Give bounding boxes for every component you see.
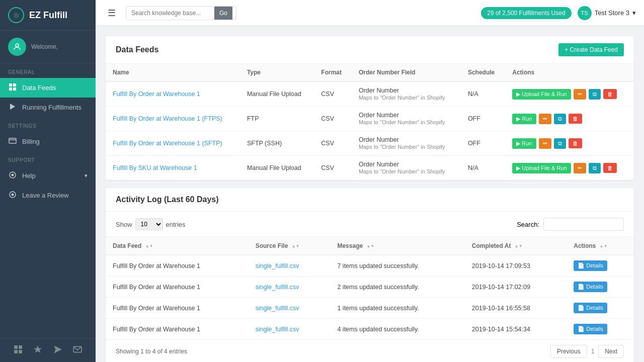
- search-input[interactable]: [126, 7, 214, 20]
- edit-button[interactable]: ✏: [574, 89, 586, 100]
- action-buttons: ▶ Run ✏ ⧉ 🗑: [512, 138, 627, 149]
- run-button[interactable]: ▶ Run: [512, 138, 536, 149]
- activity-log-card: Activity Log (Last 60 Days) Show 1025501…: [106, 188, 634, 362]
- svg-rect-1: [9, 83, 12, 86]
- log-completed-at: 2019-10-14 15:54:34: [465, 319, 567, 340]
- table-row: Fulfill By Order at Warehouse 1 single_f…: [106, 298, 634, 319]
- feed-name: Fulfill By Order at Warehouse 1 (FTPS): [106, 107, 240, 131]
- chevron-down-icon: ▾: [632, 9, 636, 17]
- col-actions: Actions ▲▼: [567, 237, 634, 255]
- log-actions: 📄 Details: [567, 277, 634, 298]
- svg-point-9: [12, 174, 14, 176]
- billing-icon: [8, 137, 17, 146]
- feed-order-sub: Maps to "Order Number" in Shopify: [359, 95, 445, 101]
- action-buttons: ▶ Run ✏ ⧉ 🗑: [512, 114, 627, 124]
- section-label-general: GENERAL: [0, 63, 96, 78]
- log-source-file: single_fulfill.csv: [249, 255, 331, 277]
- edit-button[interactable]: ✏: [574, 163, 586, 173]
- sidebar: ◎ EZ Fulfill Welcome, GENERAL Data Feeds…: [0, 0, 96, 362]
- details-button[interactable]: 📄 Details: [574, 282, 607, 292]
- feed-order-field: Order Number Maps to "Order Number" in S…: [352, 131, 461, 156]
- log-completed-at: 2019-10-14 17:02:09: [465, 277, 567, 298]
- sidebar-item-label: Running Fulfillments: [22, 104, 82, 111]
- search-button[interactable]: Go: [214, 7, 232, 20]
- pagination-buttons: Previous 1 Next: [550, 345, 624, 358]
- play-icon: [8, 103, 17, 112]
- next-button[interactable]: Next: [598, 345, 624, 358]
- feed-schedule: OFF: [461, 107, 505, 131]
- copy-button[interactable]: ⧉: [589, 163, 601, 173]
- footer-icon-1[interactable]: [14, 345, 23, 356]
- store-selector[interactable]: TS Test Store 3 ▾: [578, 6, 636, 20]
- copy-button[interactable]: ⧉: [589, 89, 601, 100]
- footer-icon-star[interactable]: [33, 345, 42, 356]
- feed-format: CSV: [314, 131, 352, 156]
- table-row: Fulfill By Order at Warehouse 1 single_f…: [106, 255, 634, 277]
- sidebar-item-billing[interactable]: Billing: [0, 132, 96, 151]
- svg-rect-14: [14, 350, 18, 353]
- welcome-text: Welcome,: [31, 43, 58, 50]
- sidebar-item-data-feeds[interactable]: Data Feeds: [0, 78, 96, 98]
- col-order-number: Order Number Field: [352, 64, 461, 81]
- delete-button[interactable]: 🗑: [569, 138, 582, 148]
- footer-icon-mail[interactable]: [73, 345, 82, 356]
- log-message: 4 items updated successfully.: [330, 319, 464, 340]
- feed-name-link[interactable]: Fulfill By Order at Warehouse 1: [113, 90, 200, 98]
- action-buttons: ▶ Upload File & Run ✏ ⧉ 🗑: [512, 89, 627, 100]
- page-separator: 1: [589, 345, 597, 358]
- source-file-link[interactable]: single_fulfill.csv: [256, 305, 299, 312]
- feed-order-sub: Maps to "Order Number" in Shopify: [359, 144, 445, 150]
- activity-search-input[interactable]: [543, 218, 624, 231]
- sidebar-item-help[interactable]: Help ▾: [0, 166, 96, 186]
- log-source-file: single_fulfill.csv: [249, 298, 331, 319]
- details-button[interactable]: 📄 Details: [574, 260, 607, 271]
- source-file-link[interactable]: single_fulfill.csv: [256, 326, 299, 333]
- log-data-feed: Fulfill By Order at Warehouse 1: [106, 319, 249, 340]
- delete-button[interactable]: 🗑: [603, 89, 617, 99]
- topbar: ☰ Go 29 of 2,500 Fulfillments Used TS Te…: [96, 0, 644, 26]
- source-file-link[interactable]: single_fulfill.csv: [256, 284, 299, 291]
- upload-run-button[interactable]: ▶ Upload File & Run: [512, 163, 571, 173]
- search-label: Search:: [517, 221, 539, 228]
- create-data-feed-button[interactable]: + Create Data Feed: [558, 43, 624, 56]
- delete-button[interactable]: 🗑: [603, 163, 617, 173]
- search-bar: Go: [126, 6, 236, 20]
- log-completed-at: 2019-10-14 17:09:53: [465, 255, 567, 277]
- details-button[interactable]: 📄 Details: [574, 303, 607, 313]
- action-buttons: ▶ Upload File & Run ✏ ⧉ 🗑: [512, 163, 627, 173]
- feed-actions: ▶ Run ✏ ⧉ 🗑: [505, 107, 634, 131]
- copy-button[interactable]: ⧉: [554, 114, 566, 124]
- svg-marker-16: [34, 345, 42, 353]
- edit-button[interactable]: ✏: [539, 114, 551, 124]
- menu-icon[interactable]: ☰: [104, 6, 120, 21]
- source-file-link[interactable]: single_fulfill.csv: [256, 262, 299, 269]
- upload-run-button[interactable]: ▶ Upload File & Run: [512, 89, 571, 100]
- previous-button[interactable]: Previous: [550, 345, 587, 358]
- feed-name-link[interactable]: Fulfill By Order at Warehouse 1 (SFTP): [113, 140, 222, 147]
- content-area: Data Feeds + Create Data Feed Name Type …: [96, 26, 644, 362]
- edit-button[interactable]: ✏: [539, 138, 551, 149]
- details-button[interactable]: 📄 Details: [574, 324, 607, 334]
- delete-button[interactable]: 🗑: [569, 114, 582, 124]
- svg-marker-5: [10, 104, 15, 110]
- feed-type: FTP: [240, 107, 314, 131]
- table-row: Fulfill By Order at Warehouse 1 single_f…: [106, 277, 634, 298]
- run-button[interactable]: ▶ Run: [512, 114, 536, 124]
- feed-name-link[interactable]: Fulfill By SKU at Warehouse 1: [113, 164, 197, 171]
- sidebar-footer: [0, 338, 96, 362]
- sidebar-item-running-fulfillments[interactable]: Running Fulfillments: [0, 98, 96, 117]
- feed-format: CSV: [314, 81, 352, 107]
- sidebar-item-leave-review[interactable]: Leave a Review: [0, 186, 96, 205]
- sidebar-section-settings: SETTINGS Billing: [0, 117, 96, 151]
- footer-icon-send[interactable]: [53, 345, 62, 356]
- sidebar-item-label: Help: [22, 172, 36, 179]
- feed-name-link[interactable]: Fulfill By Order at Warehouse 1 (FTPS): [113, 115, 222, 122]
- copy-button[interactable]: ⧉: [554, 138, 566, 149]
- help-icon: [8, 171, 17, 180]
- data-feeds-card: Data Feeds + Create Data Feed Name Type …: [106, 36, 634, 180]
- store-name: Test Store 3: [595, 9, 629, 17]
- entries-select[interactable]: 102550100: [135, 218, 163, 230]
- svg-point-0: [16, 44, 19, 47]
- feed-order-field: Order Number Maps to "Order Number" in S…: [352, 107, 461, 131]
- feed-schedule: N/A: [461, 81, 505, 107]
